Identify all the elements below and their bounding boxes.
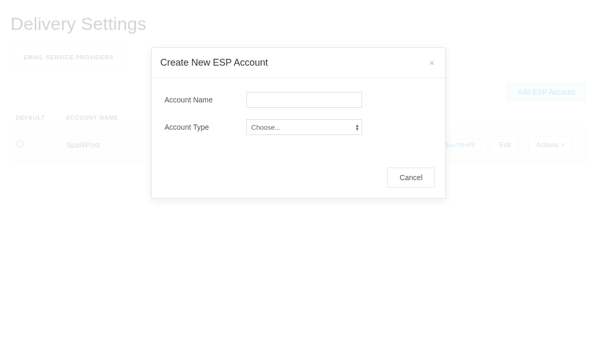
close-icon[interactable]: × (429, 58, 435, 68)
cancel-label: Cancel (399, 173, 423, 182)
account-name-input[interactable] (246, 92, 362, 108)
modal-backdrop: Create New ESP Account × Account Name Ac… (0, 0, 597, 364)
create-esp-modal: Create New ESP Account × Account Name Ac… (151, 47, 446, 199)
cancel-button[interactable]: Cancel (387, 168, 435, 188)
account-type-select[interactable]: Choose... (246, 119, 362, 135)
account-type-label: Account Type (162, 123, 246, 131)
modal-title: Create New ESP Account (160, 57, 268, 68)
account-name-label: Account Name (162, 96, 246, 104)
